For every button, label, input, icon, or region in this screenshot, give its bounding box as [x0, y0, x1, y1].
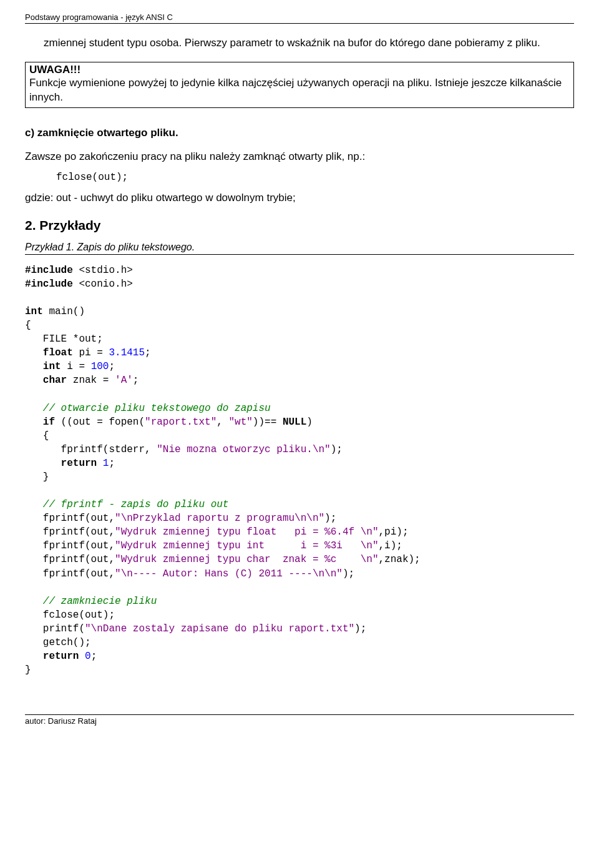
section-2-heading: 2. Przykłady	[25, 218, 574, 233]
example-1-title: Przykład 1. Zapis do pliku tekstowego.	[25, 242, 574, 254]
kw-float: float	[25, 347, 79, 358]
inc-conio: <conio.h>	[73, 279, 133, 290]
rps1: );	[331, 444, 343, 455]
rp-if: )	[306, 417, 313, 428]
main-decl: main()	[49, 306, 85, 317]
znak-val: 'A'	[115, 375, 133, 386]
inc-stdio: <stdio.h>	[73, 265, 133, 276]
rps4: );	[354, 623, 366, 634]
tail-i: ,i);	[379, 540, 402, 551]
warning-box: UWAGA!!! Funkcje wymienione powyżej to j…	[25, 62, 574, 108]
if-rest2: ))==	[253, 417, 283, 428]
comment-close: // zamkniecie pliku	[25, 596, 157, 607]
code-fclose: fclose(out);	[56, 172, 574, 183]
s5: "\n---- Autor: Hans (C) 2011 ----\n\n"	[115, 568, 343, 579]
rps3: );	[343, 568, 354, 579]
i-eq: i =	[67, 361, 90, 372]
warning-text: Funkcje wymienione powyżej to jedynie ki…	[29, 76, 570, 105]
code-block-example-1: #include <stdio.h> #include <conio.h> in…	[25, 264, 574, 677]
rps2: );	[324, 513, 336, 524]
comment-open-file: // otwarcie pliku tekstowego do zapisu	[25, 403, 271, 414]
num-zero: 0	[85, 651, 91, 662]
kw-return0: return	[25, 651, 85, 662]
page-header: Podstawy programowania - język ANSI C	[25, 12, 574, 24]
str-nie: "Nie mozna otworzyc pliku.\n"	[157, 444, 330, 455]
s3: "Wydruk zmiennej typu int i = %3i \n"	[115, 540, 378, 551]
semi-ret1: ;	[109, 458, 115, 469]
str-raport: "raport.txt"	[145, 417, 217, 428]
num-one: 1	[103, 458, 109, 469]
fp1a: fprintf(out,	[25, 513, 115, 524]
pi-eq: pi =	[79, 347, 109, 358]
semi-ret0: ;	[91, 651, 97, 662]
tail-znak: ,znak);	[379, 554, 421, 565]
kw-include2: #include	[25, 279, 73, 290]
pi-val: 3.1415	[109, 347, 145, 358]
tail-pi: ,pi);	[379, 526, 409, 538]
s4: "Wydruk zmiennej typu char znak = %c \n"	[115, 554, 378, 565]
comma1: ,	[217, 417, 228, 428]
kw-int-main: int	[25, 306, 49, 317]
rbrace-main: }	[25, 664, 31, 676]
warning-title: UWAGA!!!	[29, 64, 570, 76]
znak-semi: ;	[133, 375, 139, 386]
fp2a: fprintf(out,	[25, 526, 115, 538]
section-c-text: Zawsze po zakończeniu pracy na pliku nal…	[25, 150, 574, 163]
if-rest1: ((out = fopen(	[61, 417, 145, 428]
s1: "\nPrzyklad raportu z programu\n\n"	[115, 513, 324, 524]
page-footer: autor: Dariusz Rataj	[25, 714, 574, 726]
comment-fprintf: // fprintf - zapis do pliku out	[25, 499, 228, 510]
kw-include: #include	[25, 265, 73, 276]
rbrace-if: }	[25, 471, 49, 483]
fp5a: fprintf(out,	[25, 568, 115, 579]
kw-if: if	[25, 417, 61, 428]
znak-eq: znak =	[73, 375, 115, 386]
intro-paragraph: zmiennej student typu osoba. Pierwszy pa…	[44, 36, 574, 51]
i-semi: ;	[109, 361, 115, 372]
str-wt: "wt"	[228, 417, 252, 428]
s2: "Wydruk zmiennej typu float pi = %6.4f \…	[115, 526, 378, 538]
lbrace-if: {	[25, 430, 49, 441]
pi-semi: ;	[145, 347, 151, 358]
section-c-after: gdzie: out - uchwyt do pliku otwartego w…	[25, 192, 574, 204]
fclose-out: fclose(out);	[25, 609, 115, 621]
lbrace-main: {	[25, 320, 31, 331]
kw-char: char	[25, 375, 73, 386]
fprintf-stderr-a: fprintf(stderr,	[25, 444, 157, 455]
file-out-decl: FILE *out;	[25, 333, 103, 345]
kw-null: NULL	[283, 417, 306, 428]
example-rule	[25, 254, 574, 255]
kw-return1: return	[25, 458, 103, 469]
section-c-heading: c) zamknięcie otwartego pliku.	[25, 127, 574, 139]
getch: getch();	[25, 637, 91, 648]
printf-a: printf(	[25, 623, 85, 634]
fp3a: fprintf(out,	[25, 540, 115, 551]
str-dane: "\nDane zostaly zapisane do pliku raport…	[85, 623, 354, 634]
fp4a: fprintf(out,	[25, 554, 115, 565]
kw-int: int	[25, 361, 67, 372]
i-val: 100	[91, 361, 109, 372]
